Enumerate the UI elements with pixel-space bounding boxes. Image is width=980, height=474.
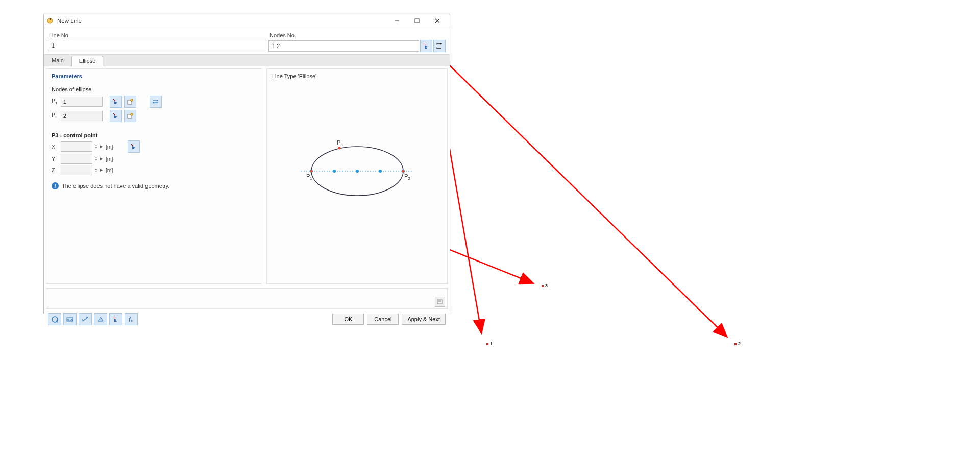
z-unit: [m] bbox=[106, 167, 113, 173]
parameters-title: Parameters bbox=[52, 73, 257, 79]
ellipse-preview: P1 P2 P3 bbox=[291, 135, 424, 207]
svg-point-26 bbox=[338, 147, 340, 150]
svg-rect-4 bbox=[50, 18, 51, 20]
line-no-label: Line No. bbox=[49, 32, 265, 38]
x-label: X bbox=[52, 144, 59, 150]
svg-text:±: ± bbox=[131, 319, 133, 322]
comment-library-button[interactable] bbox=[435, 297, 445, 307]
svg-line-9 bbox=[424, 43, 426, 45]
info-icon: i bbox=[52, 182, 59, 189]
apply-next-button[interactable]: Apply & Next bbox=[402, 314, 446, 325]
nodes-pick-button[interactable] bbox=[420, 40, 432, 52]
new-line-dialog: New Line Line No. Nodes No. bbox=[43, 14, 450, 314]
external-node-1: 1 bbox=[490, 341, 493, 346]
z-menu-arrow[interactable]: ▶ bbox=[100, 168, 103, 172]
svg-line-13 bbox=[113, 113, 115, 115]
external-node-3: 3 bbox=[545, 283, 548, 288]
p1-pick-button[interactable] bbox=[110, 96, 122, 108]
x-spinner[interactable]: ▲▼ bbox=[94, 144, 98, 150]
z-input[interactable] bbox=[61, 165, 92, 175]
svg-point-21 bbox=[356, 170, 359, 173]
parameters-panel: Parameters Nodes of ellipse P1 P2 bbox=[46, 68, 262, 284]
svg-point-20 bbox=[333, 170, 336, 173]
preview-title: Line Type 'Ellipse' bbox=[272, 73, 442, 79]
preview-panel: Line Type 'Ellipse' P1 P2 P3 bbox=[266, 68, 448, 284]
svg-line-10 bbox=[113, 99, 115, 101]
y-unit: [m] bbox=[106, 156, 113, 162]
x-menu-arrow[interactable]: ▶ bbox=[100, 145, 103, 149]
svg-text:P2: P2 bbox=[404, 173, 410, 181]
nodes-no-label: Nodes No. bbox=[270, 32, 445, 38]
window-title: New Line bbox=[57, 18, 82, 24]
tool-delete-pick-button[interactable] bbox=[109, 313, 122, 325]
svg-point-24 bbox=[310, 170, 312, 173]
x-unit: [m] bbox=[106, 144, 113, 150]
x-input[interactable] bbox=[61, 141, 92, 152]
app-icon bbox=[46, 17, 54, 25]
tool-help-button[interactable] bbox=[48, 313, 61, 325]
p2-label: P2 bbox=[52, 112, 59, 120]
svg-point-22 bbox=[379, 170, 382, 173]
z-spinner[interactable]: ▲▼ bbox=[94, 167, 98, 173]
svg-point-12 bbox=[131, 99, 133, 102]
p1-swap-button[interactable] bbox=[150, 96, 162, 108]
ok-button[interactable]: OK bbox=[332, 314, 364, 325]
comment-box[interactable] bbox=[46, 288, 448, 309]
nodes-reverse-button[interactable] bbox=[433, 40, 446, 52]
p3-pick-button[interactable] bbox=[128, 140, 140, 153]
nodes-of-ellipse-label: Nodes of ellipse bbox=[52, 86, 257, 92]
tab-main[interactable]: Main bbox=[44, 55, 71, 66]
svg-line-16 bbox=[131, 144, 133, 146]
close-button[interactable] bbox=[427, 14, 448, 28]
p3-section-label: P3 - control point bbox=[52, 132, 257, 138]
svg-text:P3: P3 bbox=[337, 139, 343, 147]
p2-new-button[interactable] bbox=[124, 110, 136, 122]
minimize-button[interactable] bbox=[386, 14, 407, 28]
svg-line-0 bbox=[432, 49, 726, 336]
validation-message: The ellipse does not have a valid geomet… bbox=[62, 183, 169, 189]
maximize-button[interactable] bbox=[407, 14, 427, 28]
y-label: Y bbox=[52, 156, 59, 162]
dialog-footer: 0,00 ƒ± OK Cancel Apply & Next bbox=[44, 310, 450, 328]
tool-length-button[interactable] bbox=[79, 313, 92, 325]
titlebar: New Line bbox=[44, 14, 450, 28]
nodes-no-input[interactable] bbox=[268, 40, 419, 52]
svg-point-15 bbox=[131, 113, 133, 116]
svg-line-40 bbox=[113, 317, 115, 319]
z-label: Z bbox=[52, 167, 59, 173]
p2-input[interactable] bbox=[61, 111, 103, 121]
svg-rect-6 bbox=[415, 19, 419, 23]
tool-units-button[interactable]: 0,00 bbox=[63, 313, 77, 325]
svg-text:0,00: 0,00 bbox=[67, 318, 74, 321]
tabbar: Main Ellipse bbox=[44, 54, 450, 66]
cancel-button[interactable]: Cancel bbox=[367, 314, 399, 325]
y-spinner[interactable]: ▲▼ bbox=[94, 156, 98, 162]
tab-ellipse[interactable]: Ellipse bbox=[71, 56, 103, 66]
external-node-2: 2 bbox=[738, 341, 741, 346]
line-no-input[interactable] bbox=[48, 40, 266, 51]
p1-label: P1 bbox=[52, 98, 59, 105]
p1-new-button[interactable] bbox=[124, 96, 136, 108]
y-input[interactable] bbox=[61, 154, 92, 164]
p1-input[interactable] bbox=[61, 97, 103, 107]
p2-pick-button[interactable] bbox=[110, 110, 122, 122]
svg-line-37 bbox=[83, 317, 88, 321]
tool-function-button[interactable]: ƒ± bbox=[125, 313, 138, 325]
y-menu-arrow[interactable]: ▶ bbox=[100, 157, 103, 161]
tool-support-button[interactable] bbox=[94, 313, 107, 325]
svg-point-25 bbox=[402, 170, 404, 173]
